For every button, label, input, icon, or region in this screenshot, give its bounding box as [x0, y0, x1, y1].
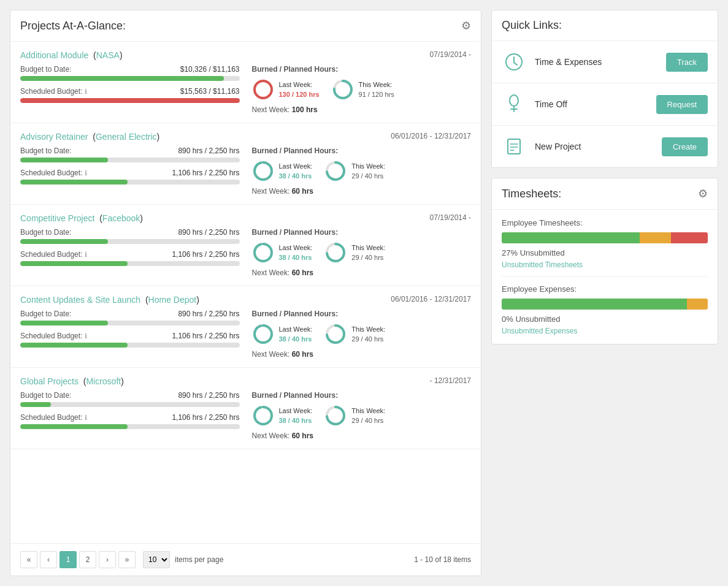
pagination-info: 1 - 10 of 18 items	[414, 555, 471, 564]
svg-point-1	[255, 81, 272, 98]
project-hours-section: Burned / Planned Hours: Last Week: 38 / …	[252, 310, 472, 359]
budget-to-date-row: Budget to Date: 890 hrs / 2,250 hrs	[20, 391, 240, 400]
budget-to-date-bar	[20, 158, 240, 162]
this-week-value: 29 / 40 hrs	[351, 335, 383, 343]
scheduled-budget-value: 1,106 hrs / 2,250 hrs	[172, 169, 239, 177]
last-week-value: 130 / 120 hrs	[279, 91, 320, 98]
last-week-header: Last Week:	[279, 162, 313, 170]
burned-label: Burned / Planned Hours:	[252, 391, 472, 400]
request-button[interactable]: Request	[656, 95, 708, 114]
project-name-link[interactable]: Global Projects	[20, 376, 79, 386]
timesheets-card: Timesheets: ⚙ Employee Timesheets: 27% U…	[491, 178, 718, 344]
project-top: Additional Module (NASA) 07/19/2014 -	[20, 50, 471, 60]
project-client-link[interactable]: General Electric	[96, 132, 157, 142]
svg-line-22	[514, 63, 517, 65]
budget-to-date-label: Budget to Date:	[20, 146, 71, 155]
timesheets-gear-icon[interactable]: ⚙	[698, 187, 708, 200]
ts-bar-expenses-pending	[687, 299, 708, 310]
scheduled-budget-value: 1,106 hrs / 2,250 hrs	[172, 250, 239, 259]
project-client-link[interactable]: Home Depot	[148, 295, 197, 305]
timesheets-title: Timesheets:	[502, 188, 561, 200]
svg-point-13	[255, 325, 272, 343]
scheduled-bar-fill	[20, 98, 240, 103]
this-week-value: 91 / 120 hrs	[359, 91, 394, 98]
project-list: Additional Module (NASA) 07/19/2014 - Bu…	[10, 42, 481, 543]
pagination-page2-button[interactable]: 2	[79, 551, 96, 568]
per-page-label: items per page	[175, 555, 223, 564]
project-top: Advisory Retainer (General Electric) 06/…	[20, 132, 471, 142]
employee-timesheets-pct: 27% Unsubmitted	[502, 248, 708, 257]
project-client-link[interactable]: Facebook	[102, 213, 140, 223]
quick-links-header: Quick Links:	[492, 10, 718, 41]
this-week-detail: This Week: 29 / 40 hrs	[351, 161, 385, 181]
project-budget-section: Budget to Date: 890 hrs / 2,250 hrs Sche…	[20, 310, 240, 359]
this-week-detail: This Week: 29 / 40 hrs	[351, 406, 385, 426]
budget-to-date-row: Budget to Date: 890 hrs / 2,250 hrs	[20, 310, 240, 318]
projects-gear-icon[interactable]: ⚙	[461, 19, 471, 32]
last-week-detail: Last Week: 38 / 40 hrs	[279, 324, 313, 344]
ts-bar-pending	[640, 232, 670, 243]
scheduled-budget-value: 1,106 hrs / 2,250 hrs	[172, 332, 239, 340]
per-page-select[interactable]: 10 25 50	[143, 551, 170, 568]
project-title: Additional Module (NASA)	[20, 50, 123, 60]
timesheets-body: Employee Timesheets: 27% Unsubmitted Uns…	[492, 210, 718, 344]
create-button[interactable]: Create	[662, 137, 708, 156]
unsubmitted-expenses-link[interactable]: Unsubmitted Expenses	[502, 327, 577, 335]
project-name-link[interactable]: Advisory Retainer	[20, 132, 88, 142]
budget-to-date-label: Budget to Date:	[20, 310, 71, 318]
this-week-item: This Week: 29 / 40 hrs	[324, 405, 385, 427]
project-name-link[interactable]: Competitive Project	[20, 213, 94, 223]
project-client-link[interactable]: Microsoft	[86, 376, 121, 386]
burned-label: Burned / Planned Hours:	[252, 146, 472, 155]
this-week-value: 29 / 40 hrs	[351, 172, 383, 180]
scheduled-budget-row: Scheduled Budget: ℹ 1,106 hrs / 2,250 hr…	[20, 413, 240, 422]
project-name-link[interactable]: Content Updates & Site Launch	[20, 295, 140, 305]
last-week-header: Last Week:	[279, 244, 313, 251]
budget-to-date-label: Budget to Date:	[20, 391, 71, 400]
burned-label: Burned / Planned Hours:	[252, 310, 472, 318]
next-week-value: 100 hrs	[292, 105, 318, 114]
last-week-header: Last Week:	[279, 407, 313, 414]
pagination-prev-button[interactable]: ‹	[40, 551, 57, 568]
this-week-value: 29 / 40 hrs	[351, 417, 383, 424]
project-hours-section: Burned / Planned Hours: Last Week: 38 / …	[252, 228, 472, 277]
last-week-detail: Last Week: 38 / 40 hrs	[279, 243, 313, 263]
budget-to-date-row: Budget to Date: 890 hrs / 2,250 hrs	[20, 228, 240, 237]
project-client-link[interactable]: NASA	[96, 50, 120, 60]
this-week-header: This Week:	[351, 244, 385, 251]
project-card: Global Projects (Microsoft) - 12/31/2017…	[10, 368, 481, 449]
employee-expenses-bar	[502, 299, 708, 310]
budget-to-date-row: Budget to Date: 890 hrs / 2,250 hrs	[20, 146, 240, 155]
burned-label: Burned / Planned Hours:	[252, 228, 472, 237]
svg-point-5	[255, 162, 272, 180]
unsubmitted-timesheets-link[interactable]: Unsubmitted Timesheets	[502, 261, 583, 269]
quick-link-time-off: Time Off Request	[492, 83, 718, 126]
budget-bar-fill	[20, 239, 108, 244]
budget-bar-fill	[20, 158, 108, 162]
last-week-detail: Last Week: 38 / 40 hrs	[279, 161, 313, 181]
project-date: 07/19/2014 -	[430, 213, 471, 222]
project-date: 06/01/2016 - 12/31/2017	[391, 295, 471, 303]
scheduled-budget-row: Scheduled Budget: ℹ 1,106 hrs / 2,250 hr…	[20, 250, 240, 259]
project-body: Budget to Date: $10,326 / $11,163 Schedu…	[20, 65, 471, 114]
budget-to-date-bar	[20, 402, 240, 407]
project-date: 07/19/2014 -	[430, 50, 471, 59]
project-name-link[interactable]: Additional Module	[20, 50, 88, 60]
budget-to-date-bar	[20, 321, 240, 325]
project-card: Competitive Project (Facebook) 07/19/201…	[10, 205, 481, 286]
employee-expenses-pct: 0% Unsubmitted	[502, 314, 708, 324]
employee-timesheets-label: Employee Timesheets:	[502, 218, 708, 227]
this-week-detail: This Week: 91 / 120 hrs	[359, 80, 394, 100]
track-button[interactable]: Track	[666, 53, 708, 72]
next-week-value: 60 hrs	[292, 268, 313, 277]
pagination-last-button[interactable]: »	[118, 551, 136, 568]
project-budget-section: Budget to Date: 890 hrs / 2,250 hrs Sche…	[20, 391, 240, 440]
pagination-first-button[interactable]: «	[20, 551, 37, 568]
pagination-page1-button[interactable]: 1	[59, 551, 77, 568]
ts-divider	[502, 276, 708, 277]
next-week-row: Next Week: 60 hrs	[252, 268, 472, 277]
quick-links-title: Quick Links:	[502, 19, 708, 32]
project-top: Competitive Project (Facebook) 07/19/201…	[20, 213, 471, 223]
employee-timesheets-bar	[502, 232, 708, 243]
pagination-next-button[interactable]: ›	[99, 551, 116, 568]
